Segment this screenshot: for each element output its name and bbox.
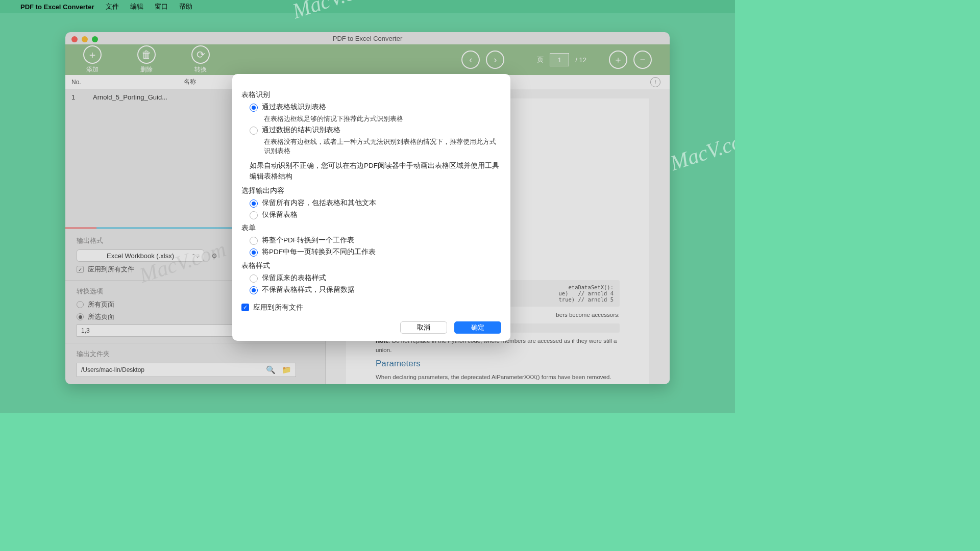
radio-sheet-per-page[interactable]: 将PDF中每一页转换到不同的工作表 [250,247,501,257]
cancel-button[interactable]: 取消 [400,321,447,334]
settings-modal: 表格识别 通过表格线识别表格 在表格边框线足够的情况下推荐此方式识别表格 通过数… [232,74,510,341]
ok-button[interactable]: 确定 [454,321,501,334]
radio-keep-tables[interactable]: 仅保留表格 [250,210,501,220]
radio-keep-all[interactable]: 保留所有内容，包括表格和其他文本 [250,198,501,208]
section-output-content: 选择输出内容 [241,186,501,195]
radio-keep-style[interactable]: 保留原来的表格样式 [250,273,501,283]
radio-data-only[interactable]: 不保留表格样式，只保留数据 [250,285,501,295]
radio-single-sheet[interactable]: 将整个PDF转换到一个工作表 [250,236,501,245]
section-table-recognition: 表格识别 [241,90,501,99]
section-table-style: 表格样式 [241,261,501,270]
apply-all-files-checkbox[interactable]: ✓应用到所有文件 [241,303,501,312]
section-sheet: 表单 [241,223,501,233]
radio-recognize-by-structure[interactable]: 通过数据的结构识别表格 [250,126,501,135]
radio-recognize-by-lines[interactable]: 通过表格线识别表格 [250,103,501,112]
